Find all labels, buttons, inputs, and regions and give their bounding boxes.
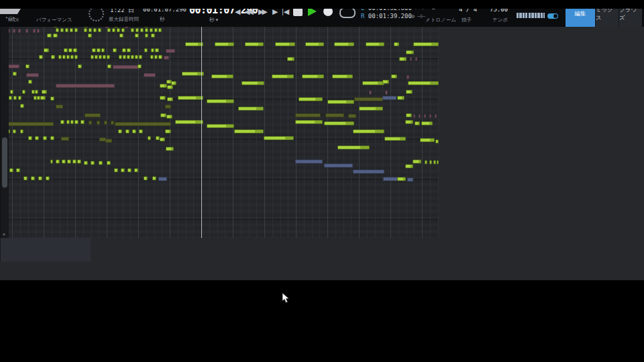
midi-note[interactable]: [122, 48, 126, 52]
midi-note[interactable]: [435, 114, 437, 118]
midi-note[interactable]: [136, 28, 139, 32]
midi-note[interactable]: [406, 90, 413, 94]
midi-note[interactable]: [154, 28, 158, 32]
midi-note[interactable]: [42, 90, 47, 94]
midi-note[interactable]: [60, 28, 64, 32]
midi-note[interactable]: [89, 28, 92, 32]
midi-note[interactable]: [35, 136, 39, 140]
midi-note[interactable]: [325, 113, 344, 117]
midi-note[interactable]: [362, 81, 384, 85]
midi-note[interactable]: [167, 97, 173, 101]
midi-note[interactable]: [99, 55, 102, 59]
midi-note[interactable]: [151, 48, 154, 52]
midi-note[interactable]: [74, 55, 78, 59]
midi-note[interactable]: [18, 96, 21, 100]
midi-note[interactable]: [415, 121, 420, 125]
midi-note[interactable]: [93, 28, 97, 32]
midi-note[interactable]: [407, 178, 413, 182]
midi-note[interactable]: [160, 84, 167, 88]
midi-note[interactable]: [160, 113, 166, 117]
midi-note[interactable]: [85, 113, 101, 117]
midi-note[interactable]: [140, 28, 144, 32]
midi-note[interactable]: [20, 129, 23, 133]
midi-note[interactable]: [160, 96, 166, 100]
midi-note[interactable]: [295, 120, 323, 124]
midi-note[interactable]: [91, 161, 95, 165]
midi-note[interactable]: [134, 168, 138, 172]
midi-note[interactable]: [67, 160, 71, 164]
midi-note[interactable]: [119, 55, 122, 59]
midi-note[interactable]: [114, 168, 118, 172]
midi-note[interactable]: [98, 28, 101, 32]
midi-note[interactable]: [424, 114, 426, 118]
midi-note[interactable]: [112, 28, 115, 32]
performance-label[interactable]: パフォーマンス: [36, 17, 72, 23]
midi-note[interactable]: [131, 28, 134, 32]
midi-note[interactable]: [160, 137, 165, 141]
midi-note[interactable]: [56, 84, 115, 88]
midi-note[interactable]: [382, 96, 396, 100]
midi-note[interactable]: [53, 34, 58, 38]
midi-note[interactable]: [155, 48, 159, 52]
midi-note[interactable]: [433, 160, 436, 164]
midi-note[interactable]: [148, 136, 151, 140]
midi-note[interactable]: [101, 48, 105, 52]
midi-note[interactable]: [38, 176, 42, 180]
midi-note[interactable]: [13, 72, 17, 76]
midi-note[interactable]: [408, 81, 439, 85]
midi-note[interactable]: [70, 120, 74, 124]
midi-note[interactable]: [97, 48, 101, 52]
midi-note[interactable]: [123, 55, 126, 59]
midi-note[interactable]: [33, 29, 36, 33]
midi-note[interactable]: [56, 105, 63, 109]
midi-note[interactable]: [121, 168, 125, 172]
midi-note[interactable]: [334, 42, 354, 46]
midi-note[interactable]: [105, 139, 112, 143]
midi-note[interactable]: [127, 168, 131, 172]
midi-note[interactable]: [419, 114, 421, 118]
midi-note[interactable]: [58, 55, 62, 59]
midi-note[interactable]: [337, 145, 370, 149]
midi-note[interactable]: [354, 97, 383, 101]
midi-note[interactable]: [421, 121, 433, 125]
midi-note[interactable]: [13, 96, 17, 100]
return-start-button[interactable]: ◀: [235, 8, 240, 15]
midi-note[interactable]: [66, 120, 70, 124]
midi-note[interactable]: [73, 48, 77, 52]
midi-note[interactable]: [391, 74, 397, 78]
loop-r-value[interactable]: 00:01:39.200: [368, 13, 412, 19]
midi-note[interactable]: [211, 74, 233, 78]
midi-note[interactable]: [132, 129, 136, 133]
midi-note[interactable]: [366, 42, 384, 46]
midi-note[interactable]: [74, 120, 78, 124]
midi-note[interactable]: [165, 105, 171, 109]
midi-note[interactable]: [241, 81, 264, 85]
midi-note[interactable]: [74, 28, 78, 32]
next-button[interactable]: ▶: [272, 8, 278, 15]
midi-note[interactable]: [425, 160, 427, 164]
midi-note[interactable]: [46, 176, 50, 180]
midi-note[interactable]: [410, 57, 412, 61]
midi-note[interactable]: [26, 73, 39, 77]
midi-note[interactable]: [95, 55, 98, 59]
midi-note[interactable]: [78, 64, 82, 68]
midi-note[interactable]: [207, 99, 234, 103]
midi-note[interactable]: [88, 34, 92, 38]
midi-note[interactable]: [287, 57, 294, 61]
midi-note[interactable]: [144, 176, 148, 180]
midi-note[interactable]: [324, 121, 354, 125]
midi-note[interactable]: [332, 74, 353, 78]
midi-note[interactable]: [435, 139, 439, 143]
midi-note[interactable]: [394, 42, 399, 46]
midi-note[interactable]: [107, 161, 111, 165]
midi-note[interactable]: [167, 85, 173, 89]
midi-note[interactable]: [70, 55, 74, 59]
midi-note[interactable]: [31, 176, 35, 180]
midi-note[interactable]: [37, 29, 40, 33]
midi-note[interactable]: [382, 80, 389, 84]
midi-note[interactable]: [91, 55, 94, 59]
midi-note[interactable]: [144, 73, 156, 77]
midi-note[interactable]: [158, 55, 162, 59]
midi-note[interactable]: [70, 28, 73, 32]
midi-note[interactable]: [413, 114, 415, 118]
